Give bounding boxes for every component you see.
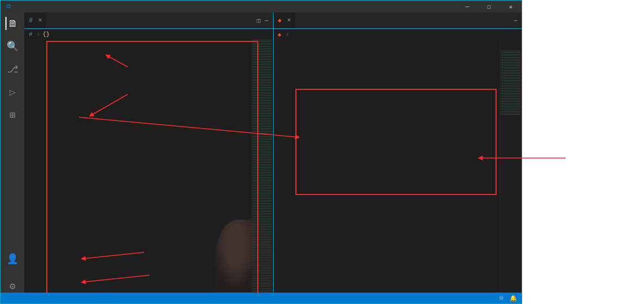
split-icon[interactable]: ◫ (257, 17, 261, 24)
code-editor-left[interactable] (24, 40, 273, 293)
explorer-icon[interactable]: 🗎 (5, 17, 18, 30)
code-lines[interactable] (296, 40, 500, 293)
minimize-icon[interactable]: — (456, 3, 478, 10)
account-icon[interactable]: 👤 (6, 252, 19, 265)
extensions-icon[interactable]: ⊞ (6, 108, 19, 121)
tab-close-icon[interactable]: × (287, 17, 291, 25)
editor-actions[interactable]: ⋯ (509, 13, 522, 28)
bell-icon[interactable]: 🔔 (510, 295, 517, 302)
search-icon[interactable]: 🔍 (6, 40, 19, 53)
tab-bar-right[interactable]: ◆ × ⋯ (274, 13, 522, 29)
line-numbers (24, 40, 47, 293)
tab-close-icon[interactable]: × (38, 17, 42, 25)
tab-index-html[interactable]: ◆ × (274, 13, 296, 28)
more-icon[interactable]: ⋯ (513, 17, 517, 24)
tab-bar-left[interactable]: # × ◫⋯ (24, 13, 273, 29)
code-lines[interactable] (47, 40, 251, 293)
breadcrumb-right[interactable]: ◆ › (274, 29, 522, 40)
minimap[interactable] (500, 40, 522, 293)
line-numbers (274, 40, 296, 293)
settings-gear-icon[interactable]: ⚙ (6, 279, 19, 293)
more-icon[interactable]: ⋯ (265, 17, 269, 24)
vscode-window: ⧉ — ☐ ✕ 🗎 🔍 ⎇ ▷ ⊞ 👤 ⚙ # × ◫⋯ (0, 0, 522, 304)
editor-pane-left: # × ◫⋯ # › {} (24, 13, 274, 293)
maximize-icon[interactable]: ☐ (478, 3, 500, 10)
status-bar[interactable]: ☺ 🔔 (1, 293, 522, 303)
window-controls[interactable]: — ☐ ✕ (456, 3, 522, 10)
css-file-icon: # (29, 31, 33, 38)
editor-actions[interactable]: ◫⋯ (252, 13, 273, 28)
minimap[interactable] (251, 40, 273, 293)
code-editor-right[interactable] (274, 40, 522, 293)
tab-index-css[interactable]: # × (24, 13, 47, 28)
editor-area: # × ◫⋯ # › {} (24, 13, 522, 293)
close-icon[interactable]: ✕ (500, 3, 522, 10)
html-file-icon: ◆ (278, 31, 282, 38)
source-control-icon[interactable]: ⎇ (6, 63, 19, 76)
bracket-icon: {} (42, 31, 49, 38)
debug-icon[interactable]: ▷ (6, 86, 19, 99)
activity-bar[interactable]: 🗎 🔍 ⎇ ▷ ⊞ 👤 ⚙ (1, 13, 24, 293)
feedback-icon[interactable]: ☺ (499, 295, 503, 302)
css-file-icon: # (29, 17, 33, 25)
breadcrumb-left[interactable]: # › {} (24, 29, 273, 40)
html-file-icon: ◆ (278, 16, 282, 25)
vscode-logo-icon: ⧉ (1, 3, 17, 10)
editor-pane-right: ◆ × ⋯ ◆ › (274, 13, 522, 293)
title-bar: ⧉ — ☐ ✕ (1, 1, 522, 13)
